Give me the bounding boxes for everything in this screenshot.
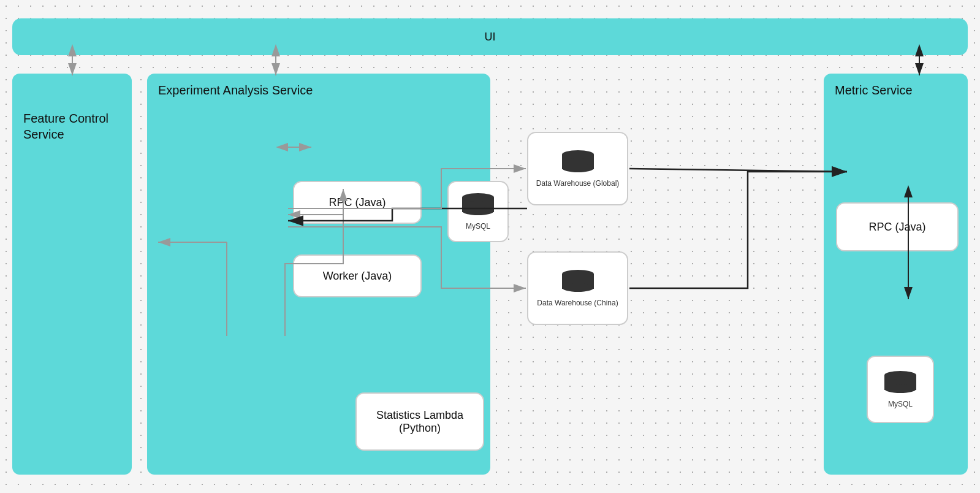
dw-china-db-icon [562,270,594,296]
diagram-container: UI Feature Control Service Experiment An… [12,18,968,475]
statistics-lambda-box: Statistics Lambda (Python) [355,392,484,451]
arrow-dw-global-rpc-ms [629,169,847,172]
mysql-ms-box: MySQL [867,356,934,423]
mysql-ea-box: MySQL [447,181,509,242]
experiment-analysis-label: Experiment Analysis Service [158,82,479,98]
dw-global-box: Data Warehouse (Global) [527,132,628,205]
ui-bar-label: UI [485,31,496,44]
ui-bar: UI [12,18,968,55]
mysql-ea-label: MySQL [466,222,490,231]
metric-service-label: Metric Service [835,82,957,98]
arrow-dw-china-rpc-ms [629,172,847,288]
metric-service-box: Metric Service RPC (Java) MySQL [824,74,968,475]
mysql-ea-db-icon [462,193,494,219]
mysql-ms-db-icon [884,371,916,397]
rpc-java-ea-label: RPC (Java) [329,196,386,209]
dw-global-label: Data Warehouse (Global) [536,179,620,188]
dw-global-db-icon [562,150,594,176]
feature-control-label: Feature Control Service [23,112,108,141]
rpc-java-ms-label: RPC (Java) [868,221,925,234]
statistics-lambda-label: Statistics Lambda (Python) [357,409,483,435]
rpc-java-ea-box: RPC (Java) [293,181,422,224]
worker-java-label: Worker (Java) [323,270,392,283]
feature-control-service: Feature Control Service [12,74,132,475]
experiment-analysis-service: Experiment Analysis Service RPC (Java) W… [147,74,490,475]
dw-china-label: Data Warehouse (China) [537,299,618,307]
dw-china-box: Data Warehouse (China) [527,251,628,325]
mysql-ms-label: MySQL [888,400,913,408]
rpc-java-ms-box: RPC (Java) [836,202,959,251]
worker-java-box: Worker (Java) [293,254,422,297]
